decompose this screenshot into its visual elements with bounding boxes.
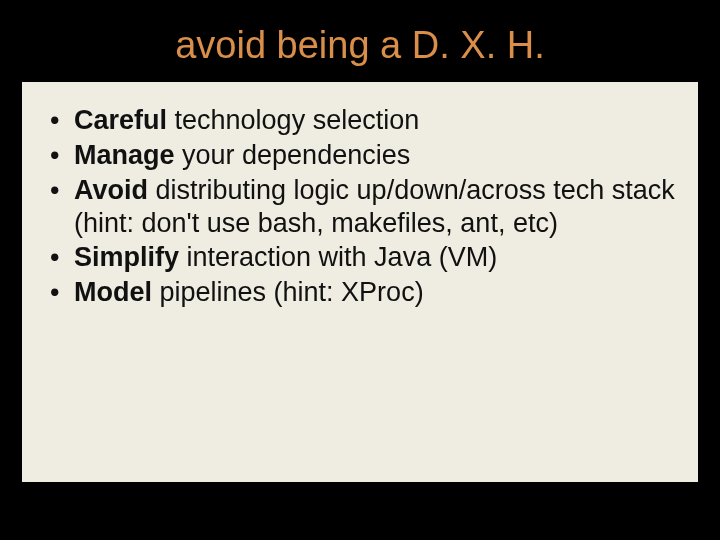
list-item: Model pipelines (hint: XProc)	[46, 276, 684, 309]
list-item: Avoid distributing logic up/down/across …	[46, 174, 684, 240]
list-item: Manage your dependencies	[46, 139, 684, 172]
bullet-rest: technology selection	[167, 105, 419, 135]
bullet-rest: your dependencies	[175, 140, 411, 170]
list-item: Careful technology selection	[46, 104, 684, 137]
slide-title: avoid being a D. X. H.	[22, 24, 698, 68]
bullet-rest: pipelines (hint: XProc)	[152, 277, 424, 307]
bullet-rest: interaction with Java (VM)	[179, 242, 497, 272]
bullet-bold: Simplify	[74, 242, 179, 272]
slide: avoid being a D. X. H. Careful technolog…	[0, 0, 720, 540]
bullet-bold: Manage	[74, 140, 175, 170]
bullet-bold: Avoid	[74, 175, 148, 205]
bullet-bold: Model	[74, 277, 152, 307]
bullet-list: Careful technology selection Manage your…	[46, 104, 684, 310]
bullet-bold: Careful	[74, 105, 167, 135]
slide-body: Careful technology selection Manage your…	[22, 82, 698, 482]
bullet-rest: distributing logic up/down/across tech s…	[74, 175, 675, 238]
list-item: Simplify interaction with Java (VM)	[46, 241, 684, 274]
